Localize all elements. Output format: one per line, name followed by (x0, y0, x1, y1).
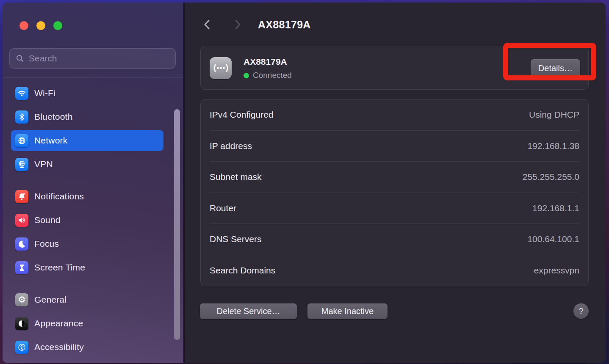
sidebar-item-screen-time[interactable]: Screen Time (11, 257, 163, 278)
search-icon (15, 54, 25, 63)
field-row-router: Router192.168.1.1 (201, 193, 588, 224)
field-value: 192.168.1.38 (527, 141, 579, 151)
help-button[interactable]: ? (573, 303, 589, 319)
field-label: Subnet mask (210, 172, 262, 182)
sidebar-item-label: Focus (34, 239, 59, 249)
wifi-icon (15, 87, 28, 100)
search-input[interactable] (29, 53, 170, 63)
bell-icon (15, 190, 28, 203)
field-value: 192.168.1.1 (532, 203, 579, 213)
sidebar-item-label: Appearance (34, 318, 83, 328)
sidebar-item-label: VPN (34, 159, 53, 169)
page-title: AX88179A (258, 19, 311, 31)
field-label: Search Domains (210, 265, 275, 276)
chevron-left-icon (201, 18, 213, 31)
sidebar-group: Wi-FiBluetoothNetworkVPN (11, 83, 163, 175)
gear-icon: ⚙ (15, 293, 28, 306)
sidebar-item-label: Notifications (34, 191, 84, 201)
field-label: IP address (210, 141, 252, 151)
sidebar-item-vpn[interactable]: VPN (11, 154, 163, 175)
field-label: IPv4 Configured (210, 110, 274, 120)
field-value: expressvpn (534, 265, 579, 276)
globe-icon (15, 134, 28, 147)
sidebar-item-label: Sound (34, 215, 61, 225)
sidebar-item-bluetooth[interactable]: Bluetooth (11, 106, 163, 127)
make-inactive-button[interactable]: Make Inactive (307, 303, 388, 319)
sidebar-header-divider (3, 77, 183, 77)
search-field[interactable] (9, 48, 176, 69)
accessibility-icon (15, 341, 28, 354)
sidebar-item-wifi[interactable]: Wi-Fi (11, 83, 163, 104)
device-status: Connected (244, 71, 292, 80)
sidebar-item-sound[interactable]: Sound (11, 210, 163, 231)
moon-icon (15, 237, 28, 251)
back-button[interactable] (201, 18, 213, 31)
field-row-search-domains: Search Domainsexpressvpn (201, 255, 588, 286)
device-name: AX88179A (244, 57, 287, 67)
main-pane: AX88179A ⟨···⟩ AX88179A Connected Detail… (185, 3, 606, 363)
field-row-subnet-mask: Subnet mask255.255.255.0 (201, 162, 588, 193)
field-row-ipv4-configured: IPv4 ConfiguredUsing DHCP (201, 99, 588, 130)
sidebar-item-focus[interactable]: Focus (11, 233, 163, 254)
connected-status-dot (244, 73, 249, 78)
field-label: Router (210, 203, 236, 213)
delete-service-button[interactable]: Delete Service… (200, 303, 297, 319)
sidebar-list: Wi-FiBluetoothNetworkVPNNotificationsSou… (11, 83, 163, 363)
appearance-icon (15, 317, 28, 330)
sidebar-item-label: Bluetooth (34, 112, 73, 122)
hourglass-icon (15, 261, 28, 274)
field-value: 255.255.255.0 (523, 172, 579, 182)
sidebar-item-label: Network (34, 135, 67, 146)
sidebar-item-general[interactable]: ⚙General (11, 289, 163, 310)
forward-button[interactable] (231, 18, 244, 31)
close-button[interactable] (19, 21, 28, 30)
sidebar-item-label: Wi-Fi (34, 88, 55, 98)
chevron-right-icon (231, 18, 244, 31)
zoom-button[interactable] (53, 21, 62, 30)
field-row-ip-address: IP address192.168.1.38 (201, 131, 588, 162)
ethernet-adapter-icon: ⟨···⟩ (210, 57, 232, 79)
connected-status-label: Connected (253, 71, 292, 80)
sidebar-item-notifications[interactable]: Notifications (11, 186, 163, 207)
system-settings-window: Wi-FiBluetoothNetworkVPNNotificationsSou… (3, 3, 606, 363)
bluetooth-icon (15, 110, 28, 124)
sidebar-item-label: Accessibility (34, 342, 84, 352)
details-button[interactable]: Details… (531, 59, 580, 77)
sidebar: Wi-FiBluetoothNetworkVPNNotificationsSou… (3, 3, 185, 363)
vpn-globe-icon (15, 158, 28, 171)
sidebar-group: NotificationsSoundFocusScreen Time (11, 186, 163, 278)
sidebar-item-network[interactable]: Network (11, 130, 163, 151)
sidebar-group: ⚙GeneralAppearanceAccessibility (11, 289, 163, 358)
minimize-button[interactable] (36, 21, 45, 30)
speaker-icon (15, 214, 28, 227)
field-label: DNS Servers (210, 234, 262, 244)
field-value: Using DHCP (529, 110, 579, 120)
sidebar-item-appearance[interactable]: Appearance (11, 313, 163, 334)
sidebar-scrollbar[interactable] (174, 109, 180, 340)
sidebar-item-label: Screen Time (34, 262, 85, 273)
network-settings-card: IPv4 ConfiguredUsing DHCPIP address192.1… (200, 99, 589, 286)
field-value: 100.64.100.1 (527, 234, 579, 244)
field-row-dns-servers: DNS Servers100.64.100.1 (201, 224, 588, 255)
sidebar-item-accessibility[interactable]: Accessibility (11, 336, 163, 358)
sidebar-item-label: General (34, 295, 66, 305)
device-card: ⟨···⟩ AX88179A Connected Details… (200, 46, 589, 90)
